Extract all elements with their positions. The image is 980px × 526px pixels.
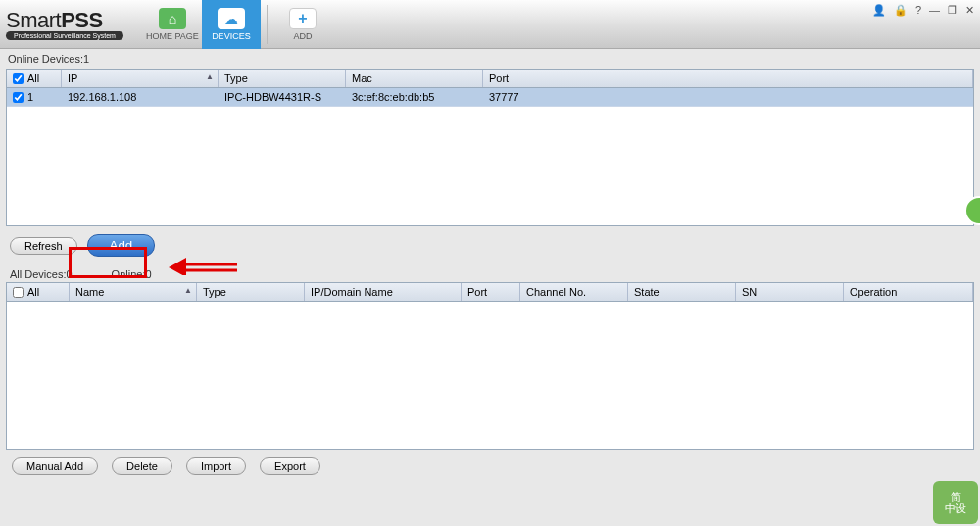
nav-devices-tab[interactable]: ☁ DEVICES [202,0,261,49]
col2-state[interactable]: State [628,283,736,301]
add-button[interactable]: Add [87,234,156,257]
col2-channel[interactable]: Channel No. [520,283,628,301]
col-ip-label: IP [68,72,77,84]
online-devices-table: All IP ▲ Type Mac Port 1 192.168.1.108 I… [6,69,974,226]
nav-devices-label: DEVICES [212,31,251,41]
col-port[interactable]: Port [483,70,973,87]
online-table-header: All IP ▲ Type Mac Port [7,70,973,88]
window-controls: 👤 🔒 ? — ❐ ✕ [872,4,974,17]
delete-button[interactable]: Delete [112,457,172,475]
logo-subtitle: Professional Surveillance System [6,31,123,40]
help-icon[interactable]: ? [915,4,921,17]
nav-home-tab[interactable]: ⌂ HOME PAGE [143,0,202,49]
row-port: 37777 [483,88,973,106]
col2-name[interactable]: Name ▲ [70,283,197,301]
lock-icon[interactable]: 🔒 [894,4,907,17]
select-all-checkbox[interactable] [13,73,24,84]
col-mac[interactable]: Mac [346,70,483,87]
col2-sn[interactable]: SN [736,283,844,301]
col-all[interactable]: All [7,70,62,87]
nav-add-tab[interactable]: + ADD [273,0,332,49]
col2-operation[interactable]: Operation [844,283,973,301]
col2-type[interactable]: Type [197,283,305,301]
col-all-label: All [27,72,39,84]
logo-bold: PSS [61,8,103,32]
nav-separator [267,5,268,44]
col2-ip[interactable]: IP/Domain Name [305,283,462,301]
row-checkbox[interactable] [13,92,24,103]
sort-icon: ▲ [206,72,214,81]
sort-icon: ▲ [184,286,192,295]
language-badge[interactable]: 简 中设 [933,481,978,524]
lang-line2: 中设 [945,502,966,514]
all-devices-status: All Devices:0 Online:0 [0,264,980,282]
bottom-action-row: Manual Add Delete Import Export [0,450,980,483]
nav-add-label: ADD [293,31,312,41]
all-table-body [7,302,973,449]
all-devices-count: All Devices:0 [10,268,73,280]
devices-icon: ☁ [218,8,245,29]
row-type: IPC-HDBW4431R-S [219,88,346,106]
all-devices-table: All Name ▲ Type IP/Domain Name Port Chan… [6,282,974,450]
select-all2-checkbox[interactable] [13,287,24,298]
lang-line1: 简 [951,491,961,502]
col2-all[interactable]: All [7,283,70,301]
all-devices-online: Online:0 [112,268,152,280]
nav-home-label: HOME PAGE [146,31,199,41]
export-button[interactable]: Export [260,457,320,475]
refresh-button[interactable]: Refresh [10,237,77,255]
row-index: 1 [27,91,33,103]
maximize-icon[interactable]: ❐ [948,4,957,17]
home-icon: ⌂ [159,8,186,29]
row-mac: 3c:ef:8c:eb:db:b5 [346,88,483,106]
all-table-header: All Name ▲ Type IP/Domain Name Port Chan… [7,283,973,302]
logo-block: SmartPSS Professional Surveillance Syste… [6,8,123,40]
import-button[interactable]: Import [186,457,246,475]
minimize-icon[interactable]: — [929,4,940,17]
user-icon[interactable]: 👤 [872,4,886,17]
plus-icon: + [289,8,317,29]
col-ip[interactable]: IP ▲ [62,70,219,87]
row-ip: 192.168.1.108 [62,88,219,106]
logo-main: Smart [6,8,61,32]
row-check-cell: 1 [7,88,62,106]
online-devices-label: Online Devices:1 [0,49,980,69]
online-action-row: Refresh Add [0,226,980,264]
table-row[interactable]: 1 192.168.1.108 IPC-HDBW4431R-S 3c:ef:8c… [7,88,973,107]
col-type[interactable]: Type [219,70,346,87]
logo-text: SmartPSS [6,8,123,33]
app-header: SmartPSS Professional Surveillance Syste… [0,0,980,49]
close-icon[interactable]: ✕ [965,4,974,17]
manual-add-button[interactable]: Manual Add [12,457,98,475]
online-table-body: 1 192.168.1.108 IPC-HDBW4431R-S 3c:ef:8c… [7,88,973,225]
col2-port[interactable]: Port [462,283,520,301]
